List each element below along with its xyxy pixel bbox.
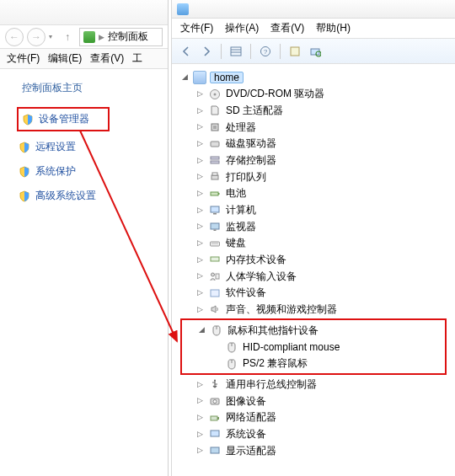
system-device-icon: [208, 427, 222, 441]
sidebar-item-label: 设备管理器: [39, 112, 89, 126]
tree-item-cpu[interactable]: ▷ 处理器: [195, 119, 452, 136]
back-icon[interactable]: [179, 44, 194, 59]
tree-item-dvd[interactable]: ▷ DVD/CD-ROM 驱动器: [195, 86, 452, 103]
expand-toggle[interactable]: ▷: [195, 222, 205, 230]
expand-toggle[interactable]: ▷: [195, 431, 205, 438]
tree-item-mouse-category[interactable]: ◢ 鼠标和其他指针设备: [197, 322, 445, 339]
detail-view-icon[interactable]: [228, 44, 244, 59]
expand-toggle[interactable]: ▷: [195, 206, 205, 214]
tree-item-label: 监视器: [225, 222, 256, 233]
expand-toggle[interactable]: ▷: [195, 381, 205, 388]
sidebar-item-device-manager[interactable]: 设备管理器: [17, 107, 110, 131]
properties-icon[interactable]: [287, 44, 302, 59]
tree-item-memtech[interactable]: ▷ 内存技术设备: [195, 252, 452, 269]
software-device-icon: [208, 286, 222, 300]
expand-toggle[interactable]: ▷: [195, 256, 205, 264]
tree-item-system[interactable]: ▷ 系统设备: [195, 425, 452, 442]
expand-toggle[interactable]: ▷: [195, 173, 205, 180]
tree-item-ps2-mouse[interactable]: PS/2 兼容鼠标: [212, 356, 445, 372]
tree-item-label: 人体学输入设备: [225, 271, 297, 282]
tree-item-sd[interactable]: ▷ SD 主适配器: [195, 102, 452, 119]
tree-item-label: 显示适配器: [225, 446, 276, 457]
expand-toggle[interactable]: ▷: [195, 239, 205, 247]
tree-item-storage[interactable]: ▷ 存储控制器: [195, 152, 452, 168]
shield-icon: [19, 142, 30, 153]
titlebar: [172, 0, 455, 19]
menu-file[interactable]: 文件(F): [7, 51, 40, 66]
tree-item-label: 鼠标和其他指针设备: [227, 325, 318, 336]
help-icon[interactable]: ?: [258, 44, 273, 59]
back-button[interactable]: ←: [5, 28, 24, 46]
menu-action[interactable]: 操作(A): [225, 21, 259, 35]
svg-rect-37: [211, 431, 219, 436]
address-bar[interactable]: ▶ 控制面板: [79, 28, 163, 46]
tree-item-printq[interactable]: ▷ 打印队列: [195, 168, 452, 185]
expand-toggle[interactable]: ▷: [195, 306, 205, 313]
expand-toggle[interactable]: ▷: [195, 272, 205, 280]
expand-toggle[interactable]: ◢: [197, 326, 206, 334]
tree-item-display[interactable]: ▷ 显示适配器: [195, 442, 452, 459]
separator: [280, 44, 281, 59]
svg-point-32: [214, 380, 216, 382]
sidebar-item-label: 远程设置: [35, 140, 76, 154]
forward-icon[interactable]: [199, 44, 214, 59]
menu-view[interactable]: 查看(V): [90, 51, 124, 66]
expand-toggle[interactable]: ▷: [195, 190, 205, 197]
expand-toggle[interactable]: ▷: [195, 90, 205, 98]
hid-icon: [208, 270, 222, 283]
tree-root[interactable]: ◢ home: [180, 69, 452, 86]
tree-item-label: PS/2 兼容鼠标: [242, 358, 308, 369]
keyboard-icon: [208, 237, 222, 250]
tree-item-keyboard[interactable]: ▷ 键盘: [195, 235, 452, 252]
expand-toggle[interactable]: ▷: [195, 397, 205, 404]
expand-toggle[interactable]: ▷: [195, 157, 205, 164]
sidebar-item-system-protection[interactable]: 系统保护: [17, 163, 159, 180]
svg-rect-22: [214, 230, 217, 232]
expand-toggle[interactable]: ▷: [195, 107, 205, 115]
tree-item-sound[interactable]: ▷ 声音、视频和游戏控制器: [195, 302, 452, 318]
expand-toggle[interactable]: ▷: [195, 447, 205, 454]
menu-file[interactable]: 文件(F): [180, 21, 213, 35]
tree-item-hid[interactable]: ▷ 人体学输入设备: [195, 268, 452, 285]
tree-item-softdev[interactable]: ▷ 软件设备: [195, 285, 452, 302]
expand-toggle[interactable]: ▷: [195, 289, 205, 297]
expand-toggle[interactable]: ▷: [195, 140, 205, 147]
app-icon: [177, 3, 189, 15]
tree-item-label: 处理器: [225, 122, 256, 133]
sidebar-title[interactable]: 控制面板主页: [22, 81, 159, 95]
tree-item-imaging[interactable]: ▷ 图像设备: [195, 393, 452, 409]
menu-view[interactable]: 查看(V): [270, 21, 304, 35]
svg-rect-13: [211, 157, 219, 159]
sidebar-item-advanced-settings[interactable]: 高级系统设置: [17, 187, 159, 205]
svg-rect-15: [211, 175, 218, 179]
tree-item-network[interactable]: ▷ 网络适配器: [195, 409, 452, 426]
menu-tools[interactable]: 工: [132, 51, 142, 66]
tree-item-usb[interactable]: ▷ 通用串行总线控制器: [195, 376, 452, 393]
shield-icon: [22, 114, 34, 126]
scan-hardware-icon[interactable]: [308, 44, 323, 59]
svg-rect-12: [211, 142, 219, 147]
toolbar: ?: [172, 39, 455, 64]
svg-rect-0: [231, 47, 241, 56]
menu-help[interactable]: 帮助(H): [316, 21, 351, 35]
printer-icon: [208, 170, 222, 184]
svg-point-26: [211, 273, 215, 276]
tree-item-computer[interactable]: ▷ 计算机: [195, 202, 452, 219]
history-dropdown[interactable]: ▾: [49, 33, 56, 40]
computer-icon: [208, 203, 222, 217]
forward-button[interactable]: →: [27, 28, 46, 46]
tree-item-hid-mouse[interactable]: HID-compliant mouse: [212, 339, 445, 356]
expand-toggle[interactable]: ◢: [180, 73, 190, 81]
menu-bar: 文件(F) 编辑(E) 查看(V) 工: [0, 49, 168, 69]
menu-edit[interactable]: 编辑(E): [48, 51, 82, 66]
shield-icon: [19, 166, 30, 178]
svg-rect-5: [291, 47, 299, 56]
sidebar-item-remote-settings[interactable]: 远程设置: [17, 138, 159, 156]
expand-toggle[interactable]: ▷: [195, 123, 205, 131]
tree-item-disk[interactable]: ▷ 磁盘驱动器: [195, 136, 452, 152]
tree-item-monitor[interactable]: ▷ 监视器: [195, 218, 452, 235]
expand-toggle[interactable]: ▷: [195, 414, 205, 421]
svg-rect-18: [218, 193, 220, 195]
up-button[interactable]: ↑: [59, 29, 76, 45]
tree-item-battery[interactable]: ▷ 电池: [195, 185, 452, 202]
